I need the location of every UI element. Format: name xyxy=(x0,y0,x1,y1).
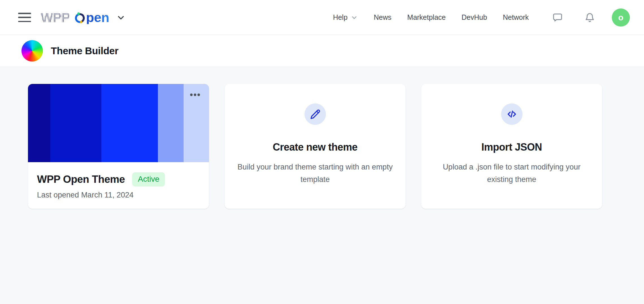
app-header: Theme Builder xyxy=(0,35,644,67)
create-new-theme-card[interactable]: Create new theme Build your brand theme … xyxy=(225,84,406,209)
hamburger-bar xyxy=(18,17,31,18)
page-title: Theme Builder xyxy=(51,45,118,57)
bell-icon[interactable] xyxy=(584,12,595,23)
hamburger-bar xyxy=(18,21,31,22)
theme-card-title: WPP Open Theme xyxy=(37,173,125,185)
color-wheel-icon xyxy=(21,40,43,62)
hamburger-menu-button[interactable] xyxy=(18,13,31,22)
nav-item-label: Network xyxy=(503,13,529,21)
import-json-card[interactable]: Import JSON Upload a .json file to start… xyxy=(421,84,602,209)
palette-swatch xyxy=(28,84,50,162)
nav-item-help[interactable]: Help xyxy=(333,13,358,21)
wpp-open-logo[interactable]: WPP pen xyxy=(41,11,126,24)
avatar-initial: o xyxy=(618,13,623,22)
navbar-icon-group xyxy=(552,12,595,23)
last-opened-text: Last opened March 11, 2024 xyxy=(37,191,200,199)
top-navbar: WPP pen Help xyxy=(0,0,644,35)
nav-item-devhub[interactable]: DevHub xyxy=(462,13,487,21)
nav-item-marketplace[interactable]: Marketplace xyxy=(407,13,446,21)
navbar-links: Help News Marketplace DevHub Network xyxy=(333,13,529,21)
palette-swatch xyxy=(158,84,184,162)
status-badge: Active xyxy=(132,172,165,186)
open-o-icon xyxy=(74,11,86,24)
code-icon xyxy=(501,103,523,125)
palette-swatch xyxy=(50,84,101,162)
chevron-down-icon[interactable] xyxy=(116,13,126,22)
pencil-icon xyxy=(304,103,326,125)
create-card-title: Create new theme xyxy=(273,141,357,153)
theme-card-info: WPP Open Theme Active Last opened March … xyxy=(28,162,209,199)
nav-item-label: DevHub xyxy=(462,13,487,21)
palette-swatch xyxy=(101,84,158,162)
chevron-down-icon xyxy=(351,14,358,21)
import-card-description: Upload a .json file to start modifying y… xyxy=(429,161,594,186)
nav-item-news[interactable]: News xyxy=(374,13,391,21)
ellipsis-icon[interactable] xyxy=(188,92,202,98)
nav-item-label: News xyxy=(374,13,391,21)
nav-item-label: Help xyxy=(333,13,347,21)
hamburger-bar xyxy=(18,13,31,14)
wpp-logo-text: WPP xyxy=(41,11,70,24)
chat-icon[interactable] xyxy=(552,12,563,23)
nav-item-network[interactable]: Network xyxy=(503,13,529,21)
theme-palette-preview xyxy=(28,84,209,162)
theme-cards-area: WPP Open Theme Active Last opened March … xyxy=(0,67,644,304)
create-card-description: Build your brand theme starting with an … xyxy=(232,161,398,186)
nav-item-label: Marketplace xyxy=(407,13,446,21)
import-card-title: Import JSON xyxy=(481,141,542,153)
open-logo-text: pen xyxy=(74,11,109,24)
theme-card-wpp-open[interactable]: WPP Open Theme Active Last opened March … xyxy=(28,84,209,209)
user-avatar[interactable]: o xyxy=(612,8,630,27)
theme-builder-page: WPP pen Help xyxy=(0,0,644,304)
open-pen-text: pen xyxy=(86,11,109,24)
